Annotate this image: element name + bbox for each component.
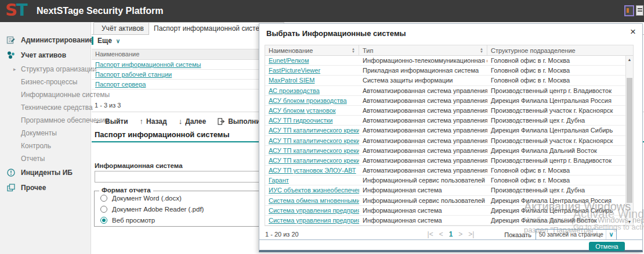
extension-icon[interactable] — [624, 5, 634, 16]
radio-checked-icon — [100, 217, 107, 224]
current-page[interactable]: 1 — [449, 230, 453, 238]
system-link[interactable]: АСУ ТП каталитического крекинга — [269, 147, 359, 154]
system-type: Автоматизированная система управления — [359, 126, 487, 135]
system-link[interactable]: АСУ блоком производства — [269, 97, 347, 104]
radio-icon — [100, 206, 107, 213]
column-header-name[interactable]: Наименование ▲▼ — [265, 45, 359, 55]
system-unit: Головной офис в г. Москва — [487, 176, 625, 185]
sidebar-item-org-structure[interactable]: ▸ Структура огранизации — [0, 63, 91, 76]
sidebar-item-control[interactable]: Контроль — [0, 139, 91, 152]
system-link[interactable]: АСУ ТП каталитического крекинга — [269, 137, 359, 144]
report-link[interactable]: Паспорт информационной системы — [95, 61, 201, 68]
system-link[interactable]: АСУ ТП гидроочистки — [269, 117, 332, 124]
sort-icon: ▲▼ — [352, 48, 355, 53]
scrollbar-thumb[interactable] — [627, 78, 632, 203]
sidebar-item-business-processes[interactable]: Бизнес-процессы — [0, 76, 91, 88]
system-link[interactable]: Гарант — [269, 177, 289, 184]
table-header: Наименование ▲▼ Тип ▲▼ Структурное подра… — [265, 45, 633, 56]
column-header-type[interactable]: Тип ▲▼ — [359, 45, 487, 55]
scroll-up-icon[interactable]: ▲ — [626, 58, 633, 62]
sidebar-item-technical-means[interactable]: Технические средства — [0, 101, 91, 114]
divider — [259, 239, 642, 240]
system-unit: Дирекция Филиала Центральная Сибирь — [487, 206, 625, 215]
sidebar-item-label: Инциденты ИБ — [21, 169, 73, 177]
more-label: Еще — [97, 37, 112, 45]
report-link[interactable]: Паспорт сервера — [95, 81, 146, 88]
system-link[interactable]: ИУС объектов жизнеобеспечения — [269, 187, 359, 194]
toolbar: ← Выйти ↑ Назад ↓ Далее Выполнить — [95, 117, 268, 126]
misc-icon — [6, 183, 16, 192]
sidebar-item-label: Информационные системы — [21, 91, 110, 99]
report-link[interactable]: Паспорт рабочей станции — [95, 71, 172, 78]
system-type: Информационно-телекоммуникационная сеть — [359, 56, 487, 65]
system-link[interactable]: Система обмена мгновенными с... — [269, 197, 359, 204]
app-title: NextSTage Security Platform — [37, 6, 163, 16]
sidebar-item-information-systems[interactable]: Информационные системы — [0, 88, 91, 101]
page-size-select[interactable]: 50 записей на странице ∨ — [536, 229, 617, 240]
exit-button[interactable]: ← Выйти — [95, 117, 128, 126]
format-legend: Формат отчета — [99, 187, 153, 194]
next-page-button[interactable]: > — [458, 230, 462, 238]
system-type: Автоматизированная система управления — [359, 136, 487, 145]
system-link[interactable]: Eunet/Релком — [269, 57, 309, 64]
sidebar-item-assets[interactable]: Учет активов — [0, 48, 91, 63]
close-icon[interactable]: × — [630, 26, 636, 38]
system-link[interactable]: Система управления предприяти... — [269, 207, 359, 214]
sidebar-item-reports[interactable]: Отчеты — [0, 152, 91, 165]
page-size-area: Показать 50 записей на странице ∨ — [504, 229, 617, 240]
tab-label: Учёт активов — [102, 24, 144, 33]
sidebar-item-software[interactable]: Программное обеспечение — [0, 114, 91, 127]
table-row: АСУ ТП каталитического крекинга Автомати… — [265, 126, 625, 135]
system-link[interactable]: АСУ блоком установок — [269, 107, 336, 114]
system-link[interactable]: Система управления предприяти... — [269, 217, 359, 224]
scroll-down-icon[interactable]: ▼ — [626, 220, 633, 224]
system-link[interactable]: АСУ ТП каталитического крекинга — [269, 157, 359, 164]
column-label: Тип — [363, 47, 373, 54]
system-unit: Производственный участок г. Красноярск — [487, 136, 625, 145]
back-button[interactable]: ↑ Назад — [140, 117, 167, 126]
system-link[interactable]: MaxPatrol SIEM — [269, 77, 314, 84]
radio-label: Документ Adobe Reader (.pdf) — [112, 206, 204, 213]
button-label: Далее — [185, 117, 206, 126]
expand-arrow-icon[interactable]: ▸ — [13, 63, 16, 76]
system-unit: Производственный цех г. Дубна — [487, 185, 625, 195]
system-type: Система защиты информации — [359, 76, 487, 85]
system-link[interactable]: FastPictureViewer — [269, 67, 320, 74]
system-type: Информационная система — [359, 206, 487, 215]
system-unit: Головной офис в г. Москва — [487, 56, 625, 65]
system-link[interactable]: АСУ ТП установок ЭЛОУ-АВТ — [269, 167, 356, 174]
system-link[interactable]: АСУ ТП каталитического крекинга — [269, 127, 359, 134]
sidebar-item-administration[interactable]: Администрирование — [0, 33, 91, 48]
system-unit: Производственный центр г. Владивосток — [487, 86, 625, 95]
system-type: Информационная система — [359, 216, 487, 225]
incident-icon — [6, 168, 16, 177]
sidebar-item-documents[interactable]: Документы — [0, 127, 91, 139]
sidebar-item-misc[interactable]: Прочее — [0, 180, 91, 195]
first-page-button[interactable]: |< — [428, 230, 433, 238]
system-unit: Дирекция Филиала Дальний Восток — [487, 146, 625, 155]
logo-letter-t: T — [16, 0, 27, 20]
cancel-button[interactable]: Отмена — [589, 242, 625, 251]
accent-bar — [92, 37, 93, 45]
last-page-button[interactable]: >| — [468, 230, 474, 238]
table-row: FastPictureViewer Прикладная информацион… — [265, 66, 625, 76]
table-row: Гарант Информационный сервис пользовател… — [265, 176, 625, 185]
system-link[interactable]: АС производства — [269, 87, 320, 94]
field-label: Информационная система — [95, 162, 183, 169]
prev-page-button[interactable]: < — [439, 230, 443, 238]
system-unit: Головной офис в г. Москва — [487, 76, 625, 85]
sidebar-item-label: Администрирование — [21, 36, 93, 44]
tab-assets[interactable]: Учёт активов — [93, 22, 152, 34]
column-header-unit[interactable]: Структурное подразделение — [487, 45, 625, 55]
system-unit: Дирекция Филиала Центральная Россия — [487, 196, 625, 205]
next-button[interactable]: ↓ Далее — [179, 117, 207, 126]
sidebar-item-incidents[interactable]: Инциденты ИБ — [0, 165, 91, 180]
more-button[interactable]: Еще ∨ — [92, 37, 120, 45]
extension-icon[interactable] — [636, 5, 643, 16]
table-row: АСУ блоком установок Автоматизированная … — [265, 106, 625, 116]
sidebar-item-label: Документы — [21, 129, 57, 137]
sidebar: Администрирование Учет активов ▸ Структу… — [0, 22, 91, 254]
radio-label: Документ Word (.docx) — [112, 195, 182, 202]
table-row: АС производства Автоматизированная систе… — [265, 86, 625, 96]
table-row: Система управления предприяти... Информа… — [265, 216, 625, 226]
